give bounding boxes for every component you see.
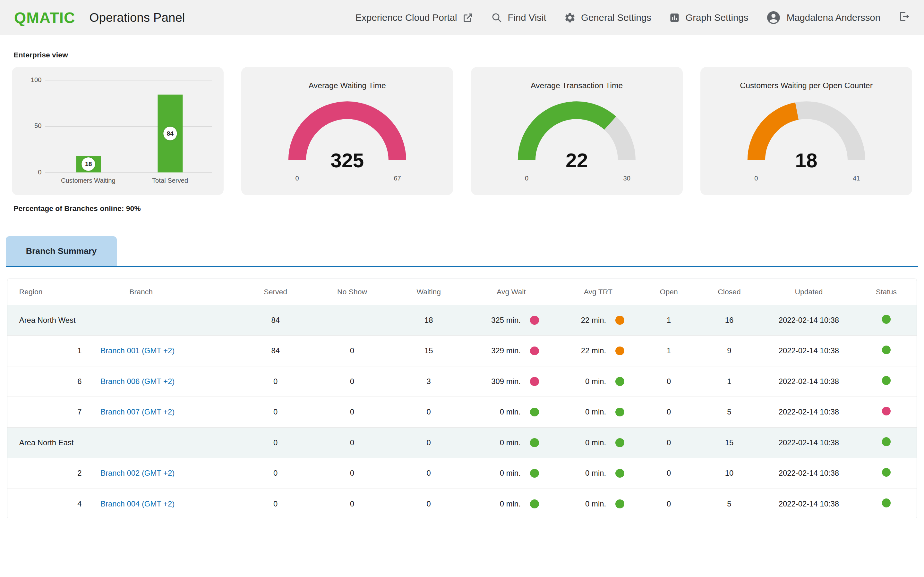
avg-wait-value: 329 min.	[491, 346, 521, 355]
user-menu[interactable]: Magdalena Andersson	[766, 10, 880, 25]
closed-cell: 15	[697, 438, 762, 447]
waiting-cell: 15	[391, 346, 467, 355]
nav-find-visit[interactable]: Find Visit	[491, 12, 546, 23]
branch-cell: Branch 006 (GMT +2)	[96, 377, 237, 386]
branch-link[interactable]: Branch 002 (GMT +2)	[100, 469, 174, 477]
waiting-cell: 0	[391, 500, 467, 508]
avg-trt-cell: 0 min.	[556, 469, 641, 478]
branch-link[interactable]: Branch 007 (GMT +2)	[100, 408, 174, 416]
col-header-open: Open	[641, 287, 696, 296]
gear-icon	[564, 12, 576, 24]
bar-customers-waiting: 18	[76, 156, 101, 172]
waiting-cell: 0	[391, 469, 467, 478]
status-cell	[856, 437, 917, 448]
avg-trt-value: 0 min.	[585, 408, 606, 416]
avg-wait-status-dot	[530, 316, 539, 325]
served-cell: 84	[237, 346, 314, 355]
y-tick-label: 50	[21, 122, 41, 129]
nav-label: Graph Settings	[685, 12, 748, 23]
avg-transaction-time-card: Average Transaction Time 22 0 30	[471, 67, 683, 195]
avg-trt-value: 0 min.	[585, 377, 606, 386]
avg-wait-cell: 0 min.	[467, 500, 556, 508]
col-header-avg-wait: Avg Wait	[467, 287, 556, 296]
header-nav: Experience Cloud Portal Find Visit	[355, 10, 910, 25]
avg-trt-status-dot	[615, 316, 624, 325]
served-cell: 0	[237, 438, 314, 447]
col-header-branch: Branch	[96, 287, 237, 296]
avg-trt-cell: 0 min.	[556, 408, 641, 416]
nav-general-settings[interactable]: General Settings	[564, 12, 651, 24]
closed-cell: 5	[697, 408, 762, 416]
gauge-max-label: 67	[394, 175, 401, 182]
graph-settings-icon	[669, 12, 680, 23]
avg-wait-cell: 0 min.	[467, 438, 556, 447]
waiting-cell: 3	[391, 377, 467, 386]
card-title: Average Transaction Time	[531, 67, 623, 90]
branch-link[interactable]: Branch 004 (GMT +2)	[100, 500, 174, 508]
avg-trt-status-dot	[615, 438, 624, 447]
table-row-branch: 2 Branch 002 (GMT +2) 0 0 0 0 min. 0 min…	[7, 458, 917, 488]
avg-wait-cell: 0 min.	[467, 408, 556, 416]
branch-number: 4	[7, 500, 96, 508]
avg-wait-cell: 0 min.	[467, 469, 556, 478]
branch-number: 1	[7, 346, 96, 355]
open-cell: 0	[641, 438, 696, 447]
updated-cell: 2022-02-14 10:38	[762, 316, 856, 325]
open-cell: 0	[641, 469, 696, 478]
col-header-served: Served	[237, 287, 314, 296]
nav-label: Find Visit	[507, 12, 546, 23]
avg-wait-value: 0 min.	[500, 500, 521, 508]
logout-button[interactable]	[898, 11, 910, 25]
table-header-row: Region Branch Served No Show Waiting Avg…	[7, 279, 917, 305]
enterprise-cards: 100 50 0 18 84	[0, 67, 924, 195]
gauge-min-label: 0	[296, 175, 299, 182]
open-cell: 0	[641, 408, 696, 416]
gauge-value: 325	[276, 149, 418, 172]
gauge-scale: 0 30	[506, 175, 648, 184]
customers-waiting-gauge: 18	[736, 98, 877, 172]
table-row-branch: 1 Branch 001 (GMT +2) 84 0 15 329 min. 2…	[7, 335, 917, 366]
avg-wait-value: 325 min.	[491, 316, 521, 325]
avg-trt-status-dot	[615, 347, 624, 356]
served-cell: 84	[237, 316, 314, 325]
gauge-value: 18	[736, 149, 877, 172]
branch-number: 7	[7, 408, 96, 416]
qmatic-logo: QMATIC	[14, 9, 75, 27]
status-cell	[856, 376, 917, 387]
closed-cell: 10	[697, 469, 762, 478]
x-axis-label: Total Served	[137, 177, 204, 184]
branch-link[interactable]: Branch 001 (GMT +2)	[100, 346, 174, 355]
avg-wait-status-dot	[530, 438, 539, 447]
no-show-cell: 0	[314, 377, 391, 386]
avg-trt-value: 0 min.	[585, 500, 606, 508]
status-cell	[856, 346, 917, 356]
avg-trt-status-dot	[615, 500, 624, 508]
table-row-branch: 6 Branch 006 (GMT +2) 0 0 3 309 min. 0 m…	[7, 366, 917, 397]
waiting-cell: 0	[391, 408, 467, 416]
status-cell	[856, 407, 917, 418]
gauge-max-label: 41	[853, 175, 860, 182]
table-row-region: Area North East 0 0 0 0 min. 0 min. 0 15…	[7, 427, 917, 458]
status-cell	[856, 468, 917, 479]
status-cell	[856, 498, 917, 509]
avg-trt-status-dot	[615, 408, 624, 417]
tab-branch-summary[interactable]: Branch Summary	[6, 236, 116, 266]
status-dot	[882, 315, 891, 324]
open-cell: 1	[641, 346, 696, 355]
bar-value-badge: 18	[82, 157, 95, 171]
status-dot	[882, 407, 891, 416]
avg-trt-value: 22 min.	[581, 316, 606, 325]
closed-cell: 5	[697, 500, 762, 508]
updated-cell: 2022-02-14 10:38	[762, 377, 856, 386]
col-header-region: Region	[7, 287, 96, 296]
nav-graph-settings[interactable]: Graph Settings	[669, 12, 748, 23]
updated-cell: 2022-02-14 10:38	[762, 408, 856, 416]
avg-trt-cell: 22 min.	[556, 346, 641, 355]
gauge-scale: 0 67	[276, 175, 418, 184]
bar-slot: 84	[149, 80, 191, 172]
avg-wait-value: 309 min.	[491, 377, 521, 386]
branch-link[interactable]: Branch 006 (GMT +2)	[100, 377, 174, 386]
nav-experience-cloud-portal[interactable]: Experience Cloud Portal	[355, 12, 473, 23]
avg-trt-value: 0 min.	[585, 438, 606, 447]
external-link-icon	[462, 12, 473, 23]
